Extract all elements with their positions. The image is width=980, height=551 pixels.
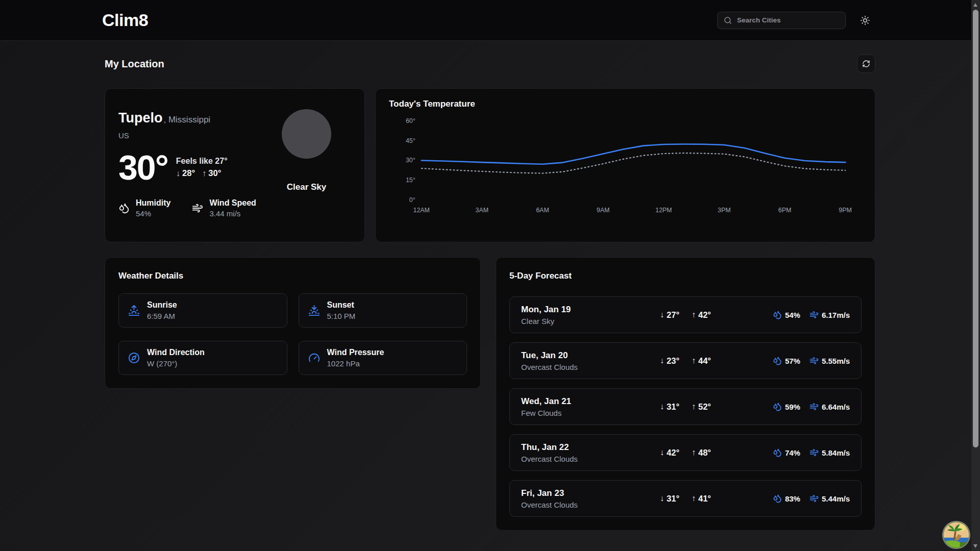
svg-text:3PM: 3PM — [718, 207, 731, 214]
forecast-row[interactable]: Wed, Jan 21 Few Clouds ↓ 31° ↑ 52° 59% — [509, 388, 862, 425]
moon-icon — [282, 109, 331, 159]
forecast-min-pair: ↓ 31° — [660, 402, 679, 412]
scrollbar[interactable] — [971, 0, 980, 551]
forecast-humidity: 54% — [785, 311, 800, 319]
refresh-icon — [862, 60, 870, 68]
forecast-max: 41° — [698, 494, 711, 504]
svg-text:12PM: 12PM — [655, 207, 672, 214]
wind-icon — [192, 203, 203, 214]
forecast-condition: Clear Sky — [521, 317, 660, 325]
max-temp-pair: ↑ 30° — [202, 168, 221, 178]
scrollbar-thumb[interactable] — [973, 10, 978, 447]
arrow-up-icon: ↑ — [692, 494, 696, 503]
svg-text:0°: 0° — [409, 196, 415, 204]
forecast-humidity-group: 59% — [773, 402, 800, 411]
forecast-date: Tue, Jan 20 — [521, 350, 660, 361]
compass-icon — [128, 352, 140, 364]
forecast-condition: Overcast Clouds — [521, 455, 660, 463]
forecast-row[interactable]: Thu, Jan 22 Overcast Clouds ↓ 42° ↑ 48° … — [509, 434, 862, 471]
chart-title: Today's Temperature — [389, 99, 862, 109]
forecast-min: 42° — [667, 448, 679, 458]
wind-pressure-text: Wind Pressure 1022 hPa — [327, 348, 384, 368]
wind-direction-tile: Wind Direction W (270°) — [118, 341, 287, 375]
current-temperature: 30° — [118, 151, 168, 184]
forecast-min: 27° — [667, 310, 679, 320]
minmax-temps: ↓ 28° ↑ 30° — [176, 168, 228, 178]
sunset-text: Sunset 5:10 PM — [327, 300, 356, 320]
forecast-max: 52° — [698, 402, 711, 412]
humidity-value: 54% — [136, 209, 170, 218]
arrow-down-icon: ↓ — [660, 310, 664, 319]
forecast-day-block: Tue, Jan 20 Overcast Clouds — [521, 350, 660, 371]
temperature-row: 30° Feels like 27° ↓ 28° ↑ 30° — [118, 151, 262, 184]
svg-text:15°: 15° — [406, 177, 415, 184]
wind-icon — [810, 494, 819, 503]
forecast-rows: Mon, Jan 19 Clear Sky ↓ 27° ↑ 42° 54% — [509, 296, 862, 517]
droplets-icon — [773, 402, 782, 411]
refresh-button[interactable] — [857, 55, 875, 73]
forecast-temps: ↓ 31° ↑ 41° — [660, 494, 711, 504]
scroll-down-icon[interactable] — [973, 544, 977, 548]
forecast-condition: Overcast Clouds — [521, 500, 660, 509]
forecast-max-pair: ↑ 52° — [692, 402, 711, 412]
wind-speed-value: 3.44 mi/s — [209, 209, 256, 218]
arrow-up-icon: ↑ — [692, 356, 696, 365]
scroll-up-icon[interactable] — [973, 3, 977, 7]
forecast-row[interactable]: Tue, Jan 20 Overcast Clouds ↓ 23° ↑ 44° … — [509, 342, 862, 379]
app-logo: Clim8 — [102, 10, 148, 30]
forecast-wind: 5.84m/s — [822, 448, 850, 457]
arrow-down-icon: ↓ — [176, 168, 180, 178]
theme-toggle-button[interactable] — [855, 10, 875, 31]
forecast-wind-group: 5.84m/s — [810, 448, 850, 457]
sunrise-icon — [128, 305, 140, 316]
header-actions — [717, 10, 875, 31]
forecast-min: 31° — [667, 494, 679, 504]
bottom-row: Weather Details Sunrise 6:59 AM — [105, 257, 875, 531]
forecast-day-block: Mon, Jan 19 Clear Sky — [521, 305, 660, 325]
wind-pressure-label: Wind Pressure — [327, 348, 384, 357]
arrow-up-icon: ↑ — [692, 310, 696, 319]
forecast-date: Thu, Jan 22 — [521, 442, 660, 453]
feels-like-label: Feels like 27° — [176, 157, 228, 166]
wind-icon — [810, 402, 819, 411]
temperature-chart-card: Today's Temperature 0°15°30°45°60°12AM3A… — [375, 88, 875, 242]
tropical-badge[interactable] — [942, 520, 971, 549]
sunrise-label: Sunrise — [147, 300, 177, 310]
main-content: My Location Tupelo , Mississippi US 30° … — [105, 41, 875, 531]
forecast-max: 42° — [698, 310, 711, 320]
forecast-min: 23° — [667, 356, 679, 366]
forecast-wind: 5.44m/s — [822, 494, 850, 503]
forecast-wind: 6.64m/s — [822, 403, 850, 411]
current-weather-info: Tupelo , Mississippi US 30° Feels like 2… — [118, 102, 262, 229]
forecast-card: 5-Day Forecast Mon, Jan 19 Clear Sky ↓ 2… — [496, 257, 875, 531]
droplets-icon — [773, 494, 782, 503]
forecast-max-pair: ↑ 42° — [692, 310, 711, 320]
min-temp-pair: ↓ 28° — [176, 168, 195, 178]
svg-text:3AM: 3AM — [476, 207, 489, 214]
forecast-row[interactable]: Fri, Jan 23 Overcast Clouds ↓ 31° ↑ 41° … — [509, 480, 862, 517]
search-box[interactable] — [717, 12, 846, 29]
forecast-humidity-group: 83% — [773, 494, 800, 503]
section-head: My Location — [105, 55, 875, 73]
forecast-humidity-group: 54% — [773, 310, 800, 319]
sunset-tile: Sunset 5:10 PM — [299, 293, 468, 328]
forecast-day-block: Fri, Jan 23 Overcast Clouds — [521, 488, 660, 509]
forecast-title: 5-Day Forecast — [509, 271, 862, 281]
wind-direction-value: W (270°) — [147, 359, 205, 368]
current-weather-card: Tupelo , Mississippi US 30° Feels like 2… — [105, 88, 365, 242]
forecast-min-pair: ↓ 27° — [660, 310, 679, 320]
wind-speed-label: Wind Speed — [209, 198, 256, 208]
weather-details-card: Weather Details Sunrise 6:59 AM — [105, 257, 481, 389]
wind-pressure-tile: Wind Pressure 1022 hPa — [299, 341, 468, 375]
forecast-wind: 5.55m/s — [822, 357, 850, 365]
forecast-wind-group: 6.64m/s — [810, 402, 850, 411]
forecast-day-block: Wed, Jan 21 Few Clouds — [521, 396, 660, 417]
forecast-extra: 59% 6.64m/s — [773, 402, 850, 411]
forecast-date: Fri, Jan 23 — [521, 488, 660, 498]
forecast-row[interactable]: Mon, Jan 19 Clear Sky ↓ 27° ↑ 42° 54% — [509, 296, 862, 333]
search-input[interactable] — [737, 16, 839, 24]
humidity-label: Humidity — [136, 198, 170, 208]
sunset-label: Sunset — [327, 300, 356, 310]
forecast-extra: 57% 5.55m/s — [773, 356, 850, 365]
forecast-max: 48° — [698, 448, 711, 458]
